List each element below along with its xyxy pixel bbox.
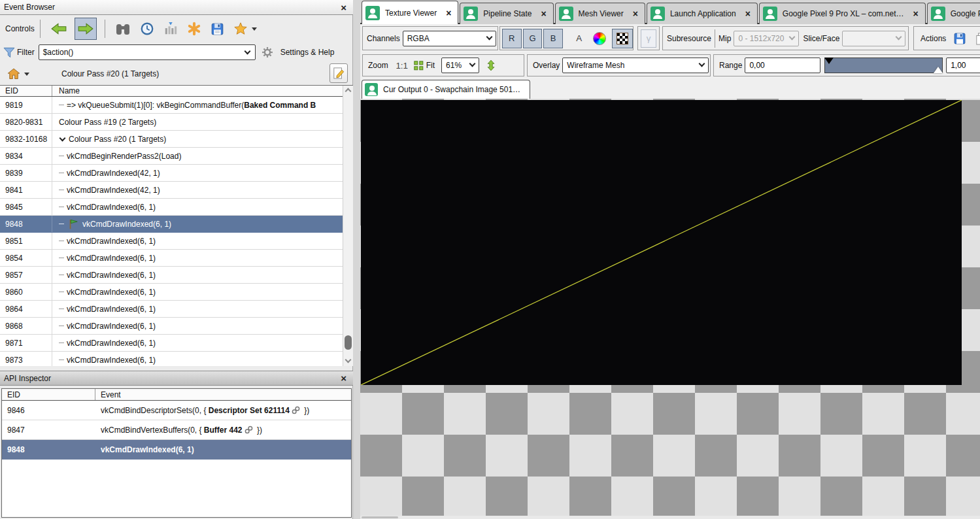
event-row-selected[interactable]: 9848 vkCmdDrawIndexed(6, 1) [0,216,353,233]
event-eid: 9854 [0,250,52,266]
eid-column-header[interactable]: EID [2,389,95,400]
event-row[interactable]: 9860 vkCmdDrawIndexed(6, 1) [0,284,353,301]
filter-settings-button[interactable] [260,44,275,60]
api-call-row[interactable]: 9847 vkCmdBindVertexBuffers(0, { Buffer … [2,420,351,440]
tab-label: Texture Viewer [385,8,437,18]
range-slider[interactable] [824,58,943,73]
channels-select[interactable]: RGBA [403,31,496,46]
tab-texture-viewer[interactable]: Texture Viewer × [362,1,458,24]
close-icon[interactable]: × [541,8,546,19]
tree-connector [59,173,64,173]
viewport-hscrollbar[interactable] [360,516,980,519]
event-row[interactable]: 9864 vkCmdDrawIndexed(6, 1) [0,301,353,318]
event-row[interactable]: 9834 vkCmdBeginRenderPass2(Load) [0,148,353,165]
event-name: vkCmdDrawIndexed(6, 1) [52,335,353,351]
eid-column-header[interactable]: EID [0,86,52,96]
range-max-input[interactable] [946,58,980,73]
scrollbar-thumb[interactable] [345,335,352,350]
range-min-input[interactable] [745,58,820,73]
close-icon[interactable]: × [745,8,751,19]
name-column-header[interactable]: Name [52,86,353,96]
goto-texture-list-button[interactable] [973,30,980,47]
bookmark-label[interactable]: Colour Pass #20 (1 Targets) [61,69,159,78]
event-row[interactable]: 9871 vkCmdDrawIndexed(6, 1) [0,335,353,352]
chevron-down-icon[interactable] [244,48,250,55]
scroll-down-icon[interactable] [345,357,352,363]
link-icon[interactable] [292,406,300,414]
swapchain-texture[interactable] [361,100,962,385]
close-icon[interactable]: × [338,373,349,383]
event-name: vkCmdDrawIndexed(6, 1) [52,267,353,283]
event-row[interactable]: 9854 vkCmdDrawIndexed(6, 1) [0,250,353,267]
step-forward-button[interactable] [75,18,97,40]
event-row[interactable]: 9819 => vkQueueSubmit(1)[0]: vkBeginComm… [0,97,353,114]
time-actions-button[interactable] [138,20,156,38]
slice-face-select[interactable] [842,31,905,46]
settings-help-link[interactable]: Settings & Help [280,48,335,57]
mip-select[interactable]: 0 - 1512x720 [734,31,799,46]
scrollbar-thumb[interactable] [362,516,398,518]
link-icon[interactable] [245,426,253,434]
flip-y-button[interactable] [483,56,499,75]
scroll-up-icon[interactable] [345,88,352,95]
event-row[interactable]: 9873 vkCmdDrawIndexed(6, 1) [0,352,353,366]
resource-link[interactable]: Buffer 442 [204,426,243,435]
edit-bookmark-button[interactable] [329,63,348,83]
filter-input[interactable]: $action() [39,44,256,60]
event-row[interactable]: 9857 vkCmdDrawIndexed(6, 1) [0,267,353,284]
event-browser-titlebar[interactable]: Event Browser × [0,0,353,15]
gamma-button[interactable]: γ [641,29,656,48]
tab-mesh-viewer[interactable]: Mesh Viewer × [555,3,645,24]
zoom-1to1-button[interactable]: 1:1 [392,56,412,75]
red-channel-button[interactable]: R [502,29,522,48]
close-icon[interactable]: × [633,8,638,19]
color-wheel-button[interactable] [592,29,608,48]
tab-capture-connection-2[interactable]: Google Pixel [927,3,980,24]
tab-pipeline-state[interactable]: Pipeline State × [460,3,553,24]
event-row[interactable]: 9841 vkCmdDrawIndexed(42, 1) [0,182,353,199]
highlight-dependencies-button[interactable] [185,20,203,38]
event-eid: 9868 [0,318,52,334]
close-icon[interactable]: × [446,8,451,18]
event-row[interactable]: 9868 vkCmdDrawIndexed(6, 1) [0,318,353,335]
resource-link[interactable]: Descriptor Set 621114 [209,406,290,415]
overlay-select[interactable]: Wireframe Mesh [562,58,709,73]
white-point-handle[interactable] [934,67,943,73]
alpha-background-button[interactable] [612,29,633,48]
green-channel-button[interactable]: G [523,29,543,48]
tab-launch-application[interactable]: Launch Application × [647,3,758,24]
event-row[interactable]: 9845 vkCmdDrawIndexed(6, 1) [0,199,353,216]
resource-name[interactable]: Baked Command B [244,101,316,110]
tab-capture-connection[interactable]: Google Pixel 9 Pro XL – com.net… × [759,3,926,24]
save-icon [953,32,966,45]
api-call-row-selected[interactable]: 9848 vkCmdDrawIndexed(6, 1) [2,440,351,460]
event-row[interactable]: 9839 vkCmdDrawIndexed(42, 1) [0,165,353,182]
event-row[interactable]: 9851 vkCmdDrawIndexed(6, 1) [0,233,353,250]
alpha-channel-button[interactable]: A [571,29,588,48]
export-button[interactable] [209,20,226,38]
event-column-header[interactable]: Event [95,389,351,400]
bookmark-button[interactable] [231,20,259,38]
chevron-down-icon[interactable] [59,135,66,141]
event-tree-scrollbar[interactable] [343,86,353,366]
zoom-select[interactable]: 61% [441,58,479,73]
event-row[interactable]: 9820-9831 Colour Pass #19 (2 Targets) [0,114,353,131]
step-back-button[interactable] [48,20,69,38]
save-texture-button[interactable] [951,30,968,47]
tab-current-output[interactable]: Cur Output 0 - Swapchain Image 501… [362,80,530,99]
blue-channel-button[interactable]: B [543,29,563,48]
api-inspector-titlebar[interactable]: API Inspector × [0,371,353,386]
api-call-row[interactable]: 9846 vkCmdBindDescriptorSets(0, { Descri… [2,401,351,420]
find-event-button[interactable] [113,20,133,38]
fit-button[interactable] [412,56,426,75]
black-point-handle[interactable] [824,58,834,64]
chevron-down-icon [789,33,796,40]
event-row[interactable]: 9832-10168 Colour Pass #20 (1 Targets) [0,131,353,148]
close-icon[interactable]: × [913,8,919,19]
statistics-button[interactable] [161,20,180,38]
texture-viewport[interactable] [360,99,980,519]
close-icon[interactable]: × [338,3,349,12]
event-text: Colour Pass #20 (1 Targets) [69,135,166,144]
jump-to-bookmark-button[interactable] [5,65,31,82]
event-text: vkCmdDrawIndexed(6, 1) [82,220,171,229]
